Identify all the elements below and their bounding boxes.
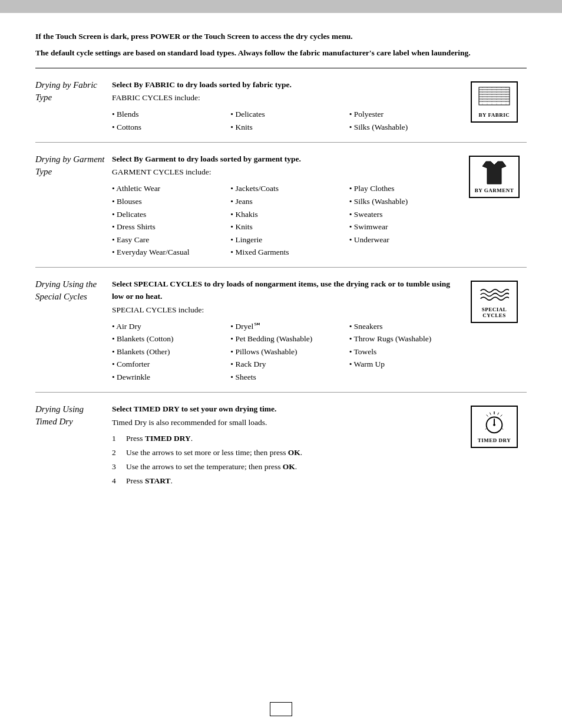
garment-cycles-intro: GARMENT CYCLES include:	[112, 166, 462, 179]
fabric-items-grid: Blends Delicates Polyester Cottons Knits…	[112, 108, 462, 133]
garment-icon-container: BY GARMENT	[462, 153, 527, 259]
list-item: Blankets (Other)	[112, 345, 224, 358]
svg-marker-13	[482, 162, 506, 184]
list-item: Khakis	[230, 208, 343, 221]
list-item: Pillows (Washable)	[230, 345, 343, 358]
svg-line-17	[487, 414, 488, 416]
svg-line-23	[501, 428, 503, 429]
list-item: Sheets	[230, 371, 343, 384]
list-item: Easy Care	[112, 233, 224, 246]
fabric-cycles-intro: FABRIC CYCLES include:	[112, 92, 462, 104]
timed-icon-container: TIMED DRY	[462, 403, 527, 490]
list-item: Sneakers	[349, 320, 462, 333]
list-item: Dewrinkle	[112, 371, 224, 384]
svg-rect-0	[479, 87, 510, 105]
section-body-fabric: Select By FABRIC to dry loads sorted by …	[112, 79, 462, 134]
section-timed: Drying Using Timed Dry Select TIMED DRY …	[35, 393, 527, 498]
garment-heading: Select By Garment to dry loads sorted by…	[112, 153, 462, 166]
list-item-empty	[349, 371, 462, 384]
list-item: Blankets (Cotton)	[112, 332, 224, 345]
special-icon	[480, 285, 509, 304]
step-number: 4	[112, 475, 120, 487]
intro-line1: If the Touch Screen is dark, press POWER…	[35, 31, 527, 42]
list-item: Comforter	[112, 358, 224, 371]
section-title-timed: Drying Using Timed Dry	[35, 403, 112, 490]
svg-line-15	[490, 412, 491, 414]
section-fabric: Drying by Fabric Type Select By FABRIC t…	[35, 68, 527, 143]
timed-icon-label: TIMED DRY	[478, 437, 511, 443]
section-title-fabric: Drying by Fabric Type	[35, 79, 112, 134]
fabric-icon-box: BY FABRIC	[471, 81, 518, 123]
section-garment: Drying by Garment Type Select By Garment…	[35, 143, 527, 268]
list-item: Jackets/Coats	[230, 182, 343, 195]
list-item: Towels	[349, 345, 462, 358]
list-item: Pet Bedding (Washable)	[230, 332, 343, 345]
special-heading: Select SPECIAL CYCLES to dry loads of no…	[112, 278, 462, 303]
list-item: Sweaters	[349, 208, 462, 221]
section-body-special: Select SPECIAL CYCLES to dry loads of no…	[112, 278, 462, 384]
garment-items-grid: Athletic Wear Jackets/Coats Play Clothes…	[112, 182, 462, 259]
section-body-garment: Select By Garment to dry loads sorted by…	[112, 153, 462, 259]
special-icon-box: SPECIALCYCLES	[471, 281, 518, 323]
intro-line2: The default cycle settings are based on …	[35, 47, 527, 59]
fabric-heading: Select By FABRIC to dry loads sorted by …	[112, 79, 462, 91]
fabric-icon-container: BY FABRIC	[462, 79, 527, 134]
list-item: Rack Dry	[230, 358, 343, 371]
list-item: Cottons	[112, 121, 224, 134]
fabric-icon-label: BY FABRIC	[479, 112, 510, 118]
special-icon-container: SPECIALCYCLES	[462, 278, 527, 384]
timed-intro: Timed Dry is also recommended for small …	[112, 417, 462, 429]
step-text: Use the arrows to set the temperature; t…	[126, 461, 297, 473]
top-bar	[0, 0, 562, 13]
timed-icon-box: TIMED DRY	[471, 406, 518, 448]
list-item: Play Clothes	[349, 182, 462, 195]
list-item: Underwear	[349, 233, 462, 246]
timed-icon	[482, 410, 507, 435]
list-item: Knits	[230, 121, 343, 134]
step-text: Use the arrows to set more or less time;…	[126, 447, 302, 459]
step-text: Press TIMED DRY.	[126, 433, 193, 444]
step-text: Press START.	[126, 475, 173, 487]
list-item: Delicates	[112, 208, 224, 221]
garment-icon-box: BY GARMENT	[469, 156, 520, 198]
page-number-box	[270, 702, 292, 716]
section-title-special: Drying Using the Special Cycles	[35, 278, 112, 384]
step-number: 2	[112, 447, 120, 459]
section-body-timed: Select TIMED DRY to set your own drying …	[112, 403, 462, 490]
svg-line-22	[485, 428, 487, 429]
page-content: If the Touch Screen is dark, press POWER…	[0, 13, 562, 522]
timed-step-1: 1 Press TIMED DRY.	[112, 433, 462, 444]
list-item: Silks (Washable)	[349, 121, 462, 134]
garment-icon-label: BY GARMENT	[475, 187, 514, 193]
timed-step-4: 4 Press START.	[112, 475, 462, 487]
svg-line-16	[498, 412, 499, 414]
timed-step-2: 2 Use the arrows to set more or less tim…	[112, 447, 462, 459]
list-item: Everyday Wear/Casual	[112, 246, 224, 259]
list-item: Blends	[112, 108, 224, 121]
list-item-empty	[349, 246, 462, 259]
step-number: 1	[112, 433, 120, 444]
list-item: Dryel℠	[230, 320, 343, 333]
list-item: Knits	[230, 220, 343, 233]
section-title-garment: Drying by Garment Type	[35, 153, 112, 259]
list-item: Dress Shirts	[112, 220, 224, 233]
section-special: Drying Using the Special Cycles Select S…	[35, 268, 527, 393]
timed-steps: 1 Press TIMED DRY. 2 Use the arrows to s…	[112, 433, 462, 487]
fabric-icon	[478, 86, 511, 110]
garment-icon	[481, 160, 507, 185]
list-item: Silks (Washable)	[349, 195, 462, 208]
list-item: Warm Up	[349, 358, 462, 371]
list-item: Polyester	[349, 108, 462, 121]
list-item: Throw Rugs (Washable)	[349, 332, 462, 345]
special-items-grid: Air Dry Dryel℠ Sneakers Blankets (Cotton…	[112, 320, 462, 384]
list-item: Lingerie	[230, 233, 343, 246]
special-icon-label: SPECIALCYCLES	[482, 307, 507, 318]
svg-line-18	[501, 414, 503, 416]
list-item: Mixed Garments	[230, 246, 343, 259]
step-number: 3	[112, 461, 120, 473]
list-item: Jeans	[230, 195, 343, 208]
list-item: Air Dry	[112, 320, 224, 333]
list-item: Blouses	[112, 195, 224, 208]
timed-step-3: 3 Use the arrows to set the temperature;…	[112, 461, 462, 473]
svg-point-21	[493, 424, 495, 426]
